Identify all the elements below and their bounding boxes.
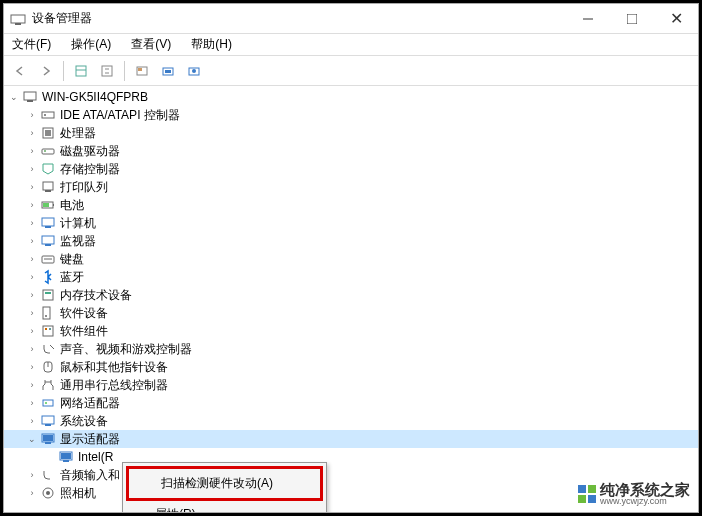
tree-node[interactable]: ›声音、视频和游戏控制器: [4, 340, 698, 358]
tree-label: 磁盘驱动器: [60, 143, 120, 160]
device-category-icon: [40, 143, 56, 159]
computer-icon: [22, 89, 38, 105]
tree-node[interactable]: ›打印队列: [4, 178, 698, 196]
toolbar-icon-1[interactable]: [69, 59, 93, 83]
toolbar-icon-5[interactable]: [182, 59, 206, 83]
tree-node[interactable]: ›蓝牙: [4, 268, 698, 286]
chevron-icon[interactable]: ›: [26, 163, 38, 175]
tree-node[interactable]: ›存储控制器: [4, 160, 698, 178]
tree-label: 显示适配器: [60, 431, 120, 448]
chevron-icon[interactable]: ›: [26, 145, 38, 157]
chevron-icon[interactable]: ›: [26, 235, 38, 247]
tree-node[interactable]: ⌄显示适配器: [4, 430, 698, 448]
tree-label: 软件组件: [60, 323, 108, 340]
svg-rect-36: [43, 307, 50, 319]
chevron-icon[interactable]: ›: [26, 181, 38, 193]
close-button[interactable]: ✕: [654, 5, 698, 33]
chevron-icon[interactable]: ›: [26, 109, 38, 121]
tree-label: WIN-GK5II4QFPRB: [42, 90, 148, 104]
tree-node[interactable]: ›网络适配器: [4, 394, 698, 412]
tree-node[interactable]: ›监视器: [4, 232, 698, 250]
tree-label: 系统设备: [60, 413, 108, 430]
tree-node[interactable]: ›IDE ATA/ATAPI 控制器: [4, 106, 698, 124]
svg-rect-0: [11, 15, 25, 23]
chevron-icon[interactable]: ›: [26, 271, 38, 283]
device-category-icon: [40, 215, 56, 231]
chevron-icon[interactable]: ⌄: [26, 433, 38, 445]
context-menu: 扫描检测硬件改动(A) 属性(R): [122, 462, 327, 512]
tree-label: 打印队列: [60, 179, 108, 196]
chevron-icon[interactable]: ›: [26, 127, 38, 139]
chevron-icon[interactable]: ›: [26, 199, 38, 211]
tree-node[interactable]: ›计算机: [4, 214, 698, 232]
tree-node[interactable]: ›软件组件: [4, 322, 698, 340]
chevron-icon[interactable]: ›: [26, 397, 38, 409]
tree-node[interactable]: ›软件设备: [4, 304, 698, 322]
menu-help[interactable]: 帮助(H): [187, 34, 236, 55]
tree-label: 照相机: [60, 485, 96, 502]
chevron-icon[interactable]: ›: [26, 361, 38, 373]
menu-view[interactable]: 查看(V): [127, 34, 175, 55]
chevron-icon[interactable]: ›: [26, 289, 38, 301]
svg-rect-3: [627, 14, 637, 24]
back-button[interactable]: [8, 59, 32, 83]
svg-rect-41: [43, 400, 53, 406]
chevron-icon[interactable]: ›: [26, 469, 38, 481]
chevron-icon[interactable]: ›: [26, 253, 38, 265]
scan-hardware-button[interactable]: [156, 59, 180, 83]
svg-rect-16: [27, 100, 33, 102]
tree-node[interactable]: ›键盘: [4, 250, 698, 268]
chevron-icon[interactable]: ›: [26, 415, 38, 427]
device-category-icon: [40, 305, 56, 321]
tree-node[interactable]: ›内存技术设备: [4, 286, 698, 304]
device-category-icon: [40, 269, 56, 285]
minimize-button[interactable]: [566, 5, 610, 33]
svg-rect-21: [42, 149, 54, 154]
chevron-icon[interactable]: ›: [26, 379, 38, 391]
svg-point-37: [45, 315, 47, 317]
device-category-icon: [40, 341, 56, 357]
svg-point-22: [44, 150, 46, 152]
menu-file[interactable]: 文件(F): [8, 34, 55, 55]
device-category-icon: [40, 377, 56, 393]
tree-label: 存储控制器: [60, 161, 120, 178]
context-menu-scan[interactable]: 扫描检测硬件改动(A): [131, 471, 318, 496]
tree-node[interactable]: ›系统设备: [4, 412, 698, 430]
tree-node[interactable]: ›鼠标和其他指针设备: [4, 358, 698, 376]
tree-label: IDE ATA/ATAPI 控制器: [60, 107, 180, 124]
tree-label: 计算机: [60, 215, 96, 232]
forward-button[interactable]: [34, 59, 58, 83]
toolbar: [4, 56, 698, 86]
device-tree[interactable]: ⌄WIN-GK5II4QFPRB›IDE ATA/ATAPI 控制器›处理器›磁…: [4, 86, 698, 512]
maximize-button[interactable]: [610, 5, 654, 33]
watermark-text: 纯净系统之家: [600, 482, 690, 497]
tree-node[interactable]: ›通用串行总线控制器: [4, 376, 698, 394]
svg-rect-34: [43, 290, 53, 300]
tree-node[interactable]: ›处理器: [4, 124, 698, 142]
device-category-icon: [40, 359, 56, 375]
chevron-icon[interactable]: ›: [26, 325, 38, 337]
tree-node[interactable]: ›电池: [4, 196, 698, 214]
svg-rect-17: [42, 112, 54, 118]
tree-child-node[interactable]: Intel(R: [4, 448, 698, 466]
tree-label: 键盘: [60, 251, 84, 268]
chevron-down-icon[interactable]: ⌄: [8, 91, 20, 103]
svg-rect-46: [43, 435, 53, 441]
chevron-icon[interactable]: ›: [26, 217, 38, 229]
svg-rect-30: [42, 236, 54, 244]
tree-label: 鼠标和其他指针设备: [60, 359, 168, 376]
toolbar-icon-2[interactable]: [95, 59, 119, 83]
svg-point-14: [192, 69, 196, 73]
chevron-icon[interactable]: ›: [26, 307, 38, 319]
device-category-icon: [40, 107, 56, 123]
tree-root[interactable]: ⌄WIN-GK5II4QFPRB: [4, 88, 698, 106]
context-menu-properties[interactable]: 属性(R): [125, 502, 324, 512]
menu-action[interactable]: 操作(A): [67, 34, 115, 55]
chevron-icon[interactable]: ›: [26, 343, 38, 355]
display-adapter-icon: [58, 449, 74, 465]
tree-label: Intel(R: [78, 450, 113, 464]
chevron-icon[interactable]: ›: [26, 487, 38, 499]
tree-label: 监视器: [60, 233, 96, 250]
tree-node[interactable]: ›磁盘驱动器: [4, 142, 698, 160]
toolbar-icon-3[interactable]: [130, 59, 154, 83]
